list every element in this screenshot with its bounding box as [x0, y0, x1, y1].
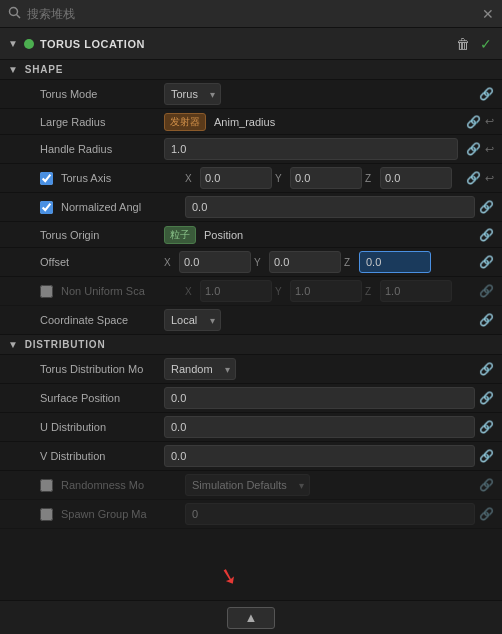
red-arrow-indicator: ➘: [217, 562, 241, 592]
v-distribution-link-icon[interactable]: 🔗: [479, 449, 494, 463]
torus-dist-mode-select-wrapper: Random: [164, 358, 236, 380]
coordinate-space-label: Coordinate Space: [40, 314, 160, 326]
normalized-angle-label: Normalized Angl: [61, 201, 181, 213]
randomness-mode-label: Randomness Mo: [61, 479, 181, 491]
torus-dist-mode-value: Random: [164, 358, 475, 380]
torus-origin-chip-value: Position: [204, 229, 243, 241]
footer-bar: ▲: [0, 600, 502, 634]
torus-axis-x-input[interactable]: [200, 167, 272, 189]
handle-radius-input[interactable]: [164, 138, 458, 160]
non-uniform-scale-checkbox[interactable]: [40, 285, 53, 298]
u-distribution-input[interactable]: [164, 416, 475, 438]
handle-radius-reset-icon[interactable]: ↩: [485, 143, 494, 156]
non-uniform-scale-y-input[interactable]: [290, 280, 362, 302]
torus-dist-mode-link-icon[interactable]: 🔗: [479, 362, 494, 376]
torus-mode-label: Torus Mode: [40, 88, 160, 100]
torus-location-header: ▼ TORUS LOCATION 🗑 ✓: [0, 28, 502, 60]
randomness-mode-link-icon[interactable]: 🔗: [479, 478, 494, 492]
torus-axis-link-icon[interactable]: 🔗: [466, 171, 481, 185]
surface-position-input[interactable]: [164, 387, 475, 409]
torus-origin-chip[interactable]: 粒子: [164, 226, 196, 244]
offset-y-input[interactable]: [269, 251, 341, 273]
large-radius-link-icon[interactable]: 🔗: [466, 115, 481, 129]
large-radius-row: Large Radius 发射器 Anim_radius 🔗 ↩: [0, 109, 502, 135]
randomness-mode-select[interactable]: Simulation Defaults: [185, 474, 310, 496]
randomness-mode-checkbox[interactable]: [40, 479, 53, 492]
torus-dist-mode-label: Torus Distribution Mo: [40, 363, 160, 375]
large-radius-chip[interactable]: 发射器: [164, 113, 206, 131]
coordinate-space-row: Coordinate Space Local 🔗: [0, 306, 502, 335]
non-uniform-scale-link-icon[interactable]: 🔗: [479, 284, 494, 298]
torus-origin-value: 粒子 Position: [164, 226, 475, 244]
handle-radius-row: Handle Radius 🔗 ↩: [0, 135, 502, 164]
handle-radius-value: [164, 138, 458, 160]
torus-axis-z-label: Z: [365, 173, 377, 184]
section-actions: 🗑 ✓: [454, 36, 494, 52]
torus-axis-y-label: Y: [275, 173, 287, 184]
v-distribution-value: [164, 445, 475, 467]
u-distribution-link-icon[interactable]: 🔗: [479, 420, 494, 434]
large-radius-reset-icon[interactable]: ↩: [485, 115, 494, 128]
large-radius-chip-value: Anim_radius: [214, 116, 275, 128]
normalized-angle-link-icon[interactable]: 🔗: [479, 200, 494, 214]
v-distribution-input[interactable]: [164, 445, 475, 467]
spawn-group-input[interactable]: [185, 503, 475, 525]
distribution-collapse-arrow[interactable]: ▼: [8, 339, 19, 350]
normalized-angle-input[interactable]: [185, 196, 475, 218]
u-distribution-label: U Distribution: [40, 421, 160, 433]
svg-point-0: [10, 7, 18, 15]
large-radius-label: Large Radius: [40, 116, 160, 128]
torus-location-collapse-arrow[interactable]: ▼: [8, 38, 18, 49]
handle-radius-link-icon[interactable]: 🔗: [466, 142, 481, 156]
randomness-mode-value: Simulation Defaults: [185, 474, 475, 496]
torus-location-active-dot: [24, 39, 34, 49]
torus-origin-link-icon[interactable]: 🔗: [479, 228, 494, 242]
svg-line-1: [17, 14, 21, 18]
spawn-group-checkbox[interactable]: [40, 508, 53, 521]
v-distribution-label: V Distribution: [40, 450, 160, 462]
coordinate-space-link-icon[interactable]: 🔗: [479, 313, 494, 327]
search-input[interactable]: [27, 7, 476, 21]
delete-button[interactable]: 🗑: [454, 36, 472, 52]
torus-axis-checkbox[interactable]: [40, 172, 53, 185]
non-uniform-scale-x-input[interactable]: [200, 280, 272, 302]
search-close-icon[interactable]: ✕: [482, 6, 494, 22]
spawn-group-row: Spawn Group Ma 🔗: [0, 500, 502, 529]
torus-dist-mode-row: Torus Distribution Mo Random 🔗: [0, 355, 502, 384]
offset-x-input[interactable]: [179, 251, 251, 273]
torus-axis-z-input[interactable]: [380, 167, 452, 189]
coordinate-space-select[interactable]: Local: [164, 309, 221, 331]
offset-value: X Y Z: [164, 251, 475, 273]
torus-dist-mode-select[interactable]: Random: [164, 358, 236, 380]
check-button[interactable]: ✓: [478, 36, 494, 52]
torus-mode-row: Torus Mode Torus 🔗: [0, 80, 502, 109]
offset-z-input[interactable]: [359, 251, 431, 273]
torus-axis-y-input[interactable]: [290, 167, 362, 189]
torus-mode-select[interactable]: Torus: [164, 83, 221, 105]
torus-origin-chip-label: 粒子: [170, 228, 190, 242]
non-uniform-scale-label: Non Uniform Sca: [61, 285, 181, 297]
torus-mode-link-icon[interactable]: 🔗: [479, 87, 494, 101]
torus-axis-value: X Y Z: [185, 167, 458, 189]
spawn-group-checkbox-wrap: [40, 508, 53, 521]
search-icon: [8, 6, 21, 22]
shape-group-label: ▼ SHAPE: [0, 60, 502, 80]
up-arrow-button[interactable]: ▲: [227, 607, 275, 629]
randomness-mode-checkbox-wrap: [40, 479, 53, 492]
offset-z-label: Z: [344, 257, 356, 268]
surface-position-value: [164, 387, 475, 409]
torus-axis-xyz: X Y Z: [185, 167, 452, 189]
normalized-angle-checkbox[interactable]: [40, 201, 53, 214]
spawn-group-link-icon[interactable]: 🔗: [479, 507, 494, 521]
non-uniform-scale-z-input[interactable]: [380, 280, 452, 302]
surface-position-link-icon[interactable]: 🔗: [479, 391, 494, 405]
shape-group-title: SHAPE: [25, 64, 63, 75]
offset-label: Offset: [40, 256, 160, 268]
large-radius-icons: 🔗 ↩: [466, 115, 494, 129]
non-uniform-scale-value: X Y Z: [185, 280, 475, 302]
offset-xyz: X Y Z: [164, 251, 431, 273]
torus-axis-reset-icon[interactable]: ↩: [485, 172, 494, 185]
offset-link-icon[interactable]: 🔗: [479, 255, 494, 269]
shape-collapse-arrow[interactable]: ▼: [8, 64, 19, 75]
torus-origin-label: Torus Origin: [40, 229, 160, 241]
